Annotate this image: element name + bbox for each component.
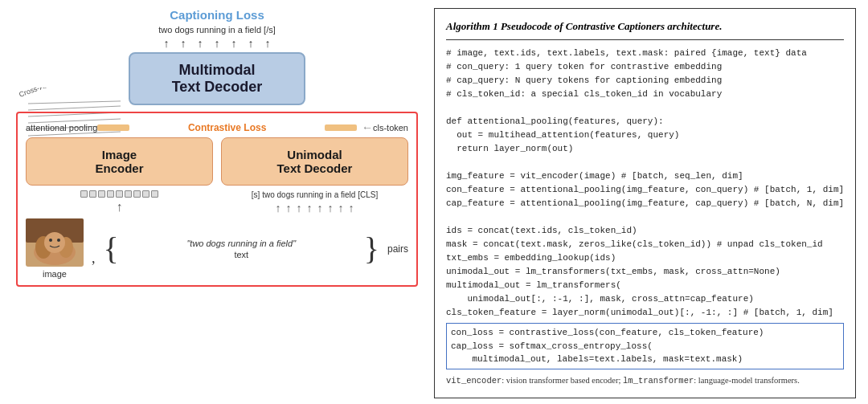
patch-4 <box>107 190 114 198</box>
left-brace: { <box>104 233 119 265</box>
text-tokens-label: [s] two dogs running in a field [CLS] <box>252 190 378 199</box>
patch-5 <box>116 190 123 198</box>
image-patches-col: ↑ <box>26 190 213 214</box>
algorithm-number: Algorithm 1 <box>446 20 498 32</box>
patch-icons <box>80 190 158 198</box>
text-label: text <box>234 250 248 259</box>
image-up-arrow: ↑ <box>117 200 123 214</box>
svg-point-13 <box>49 239 52 242</box>
quoted-text: "two dogs running in a field" <box>186 239 296 248</box>
comma: , <box>92 250 96 267</box>
output-tokens: two dogs running in a field [/s] <box>158 25 276 35</box>
brace-text: "two dogs running in a field" text <box>119 239 364 259</box>
algorithm-subtitle: Pseudocode of Contrastive Captioners arc… <box>501 20 723 32</box>
highlight-code-box: con_loss = contrastive_loss(con_feature,… <box>446 323 844 369</box>
patch-9 <box>151 190 158 198</box>
bottom-row: image , { "two dogs running in a field" … <box>26 218 408 279</box>
image-label: image <box>43 269 67 279</box>
patch-1 <box>80 190 88 198</box>
pairs-label: pairs <box>387 243 408 255</box>
multimodal-decoder-box: MultimodalText Decoder <box>129 52 305 105</box>
captioning-loss-label: Captioning Loss <box>170 8 264 22</box>
algorithm-footer: vit_encoder: vision transformer based en… <box>446 374 844 388</box>
patch-3 <box>98 190 105 198</box>
patch-7 <box>133 190 141 198</box>
patch-8 <box>142 190 149 198</box>
lm-transformer-note: lm_transformer <box>623 376 694 386</box>
svg-point-14 <box>57 239 60 242</box>
algorithm-title: Algorithm 1 Pseudocode of Contrastive Ca… <box>446 18 844 40</box>
arrow-up-1: ↑ <box>164 38 170 51</box>
dog-image <box>26 218 84 267</box>
algorithm-code-main: def attentional_pooling(features, query)… <box>446 101 844 320</box>
cls-token-label: cls-token <box>373 123 408 133</box>
patch-6 <box>125 190 132 198</box>
svg-text:Cross-Attention: Cross-Attention <box>18 88 68 99</box>
arrow-up-7: ↑ <box>265 38 271 51</box>
main-content: Captioning Loss two dogs running in a fi… <box>16 8 852 398</box>
unimodal-decoder-box: UnimodalText Decoder <box>221 137 408 186</box>
red-box: attentional pooling Contrastive Loss ← c… <box>16 112 418 287</box>
contrastive-loss-row: attentional pooling Contrastive Loss ← c… <box>26 121 408 134</box>
vit-encoder-note: vit_encoder <box>446 376 502 386</box>
diagram-section: Captioning Loss two dogs running in a fi… <box>16 8 418 398</box>
svg-point-12 <box>44 232 65 253</box>
arrow-up-3: ↑ <box>198 38 203 51</box>
algorithm-section: Algorithm 1 Pseudocode of Contrastive Ca… <box>434 8 856 398</box>
output-arrows: ↑ ↑ ↑ ↑ ↑ ↑ ↑ <box>164 38 271 51</box>
image-container: image <box>26 218 84 279</box>
text-tokens-col: [s] two dogs running in a field [CLS] ↑ … <box>221 190 408 215</box>
encoders-row: ImageEncoder UnimodalText Decoder <box>26 137 408 186</box>
arrow-up-6: ↑ <box>248 38 254 51</box>
svg-line-2 <box>28 104 121 110</box>
patch-2 <box>89 190 96 198</box>
arrow-up-4: ↑ <box>215 38 220 51</box>
right-brace: } <box>364 233 379 265</box>
contrastive-loss-label: Contrastive Loss <box>133 122 321 133</box>
attentional-pooling-label: attentional pooling <box>26 123 97 133</box>
input-tokens-row: ↑ [s] two dogs running in a field [CLS] … <box>26 190 408 215</box>
image-encoder-box: ImageEncoder <box>26 137 213 186</box>
algorithm-comments: # image, text.ids, text.labels, text.mas… <box>446 47 844 101</box>
arrow-up-2: ↑ <box>181 38 186 51</box>
arrow-up-5: ↑ <box>231 38 237 51</box>
svg-line-1 <box>28 100 121 104</box>
text-pair-container: { "two dogs running in a field" text } <box>104 233 379 265</box>
